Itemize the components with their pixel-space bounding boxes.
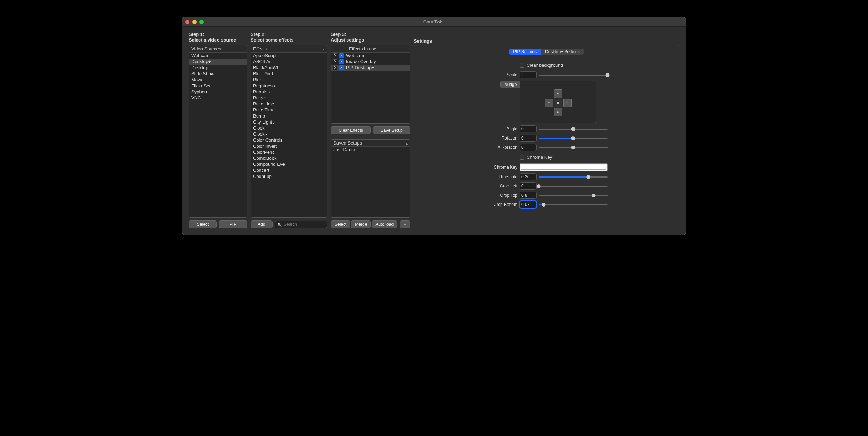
angle-label: Angle (485, 126, 517, 131)
video-source-item[interactable]: VNC (189, 95, 247, 101)
angle-slider[interactable] (539, 126, 608, 131)
position-pad[interactable]: •• •• ■ •• •• (520, 81, 596, 123)
tab-pip-settings[interactable]: PIP Settings (509, 49, 541, 55)
video-source-item[interactable]: Desktop (189, 65, 247, 71)
video-sources-header[interactable]: Video Sources (189, 45, 247, 53)
effect-item[interactable]: Bubbles (251, 89, 327, 95)
effect-in-use-row[interactable]: ✕✓PIP Desktop+ (331, 65, 410, 71)
effect-item[interactable]: Bump (251, 113, 327, 119)
effect-item[interactable]: BulletHole (251, 101, 327, 107)
position-down-button[interactable]: •• (554, 108, 562, 116)
select-button[interactable]: Select (189, 220, 217, 228)
effect-item[interactable]: Color Invert (251, 143, 327, 149)
crop-bottom-slider[interactable] (539, 202, 608, 207)
effect-in-use-row[interactable]: ✕✓Webcam (331, 53, 410, 59)
effect-enabled-checkbox[interactable]: ✓ (339, 53, 344, 58)
position-center-button[interactable]: ■ (554, 99, 562, 107)
effect-item[interactable]: Compound Eye (251, 161, 327, 167)
nudge-button[interactable]: Nudge (500, 81, 521, 88)
clear-background-checkbox[interactable] (520, 63, 524, 68)
scale-input[interactable] (520, 71, 537, 78)
effect-item[interactable]: Bulge (251, 95, 327, 101)
search-icon (277, 222, 282, 227)
rotation-input[interactable] (520, 135, 537, 142)
effect-item[interactable]: Clock~ (251, 131, 327, 137)
effect-item[interactable]: BlackAndWhite (251, 65, 327, 71)
remove-effect-icon[interactable]: ✕ (333, 53, 337, 58)
angle-input[interactable] (520, 125, 537, 132)
effect-item[interactable]: Brightness (251, 83, 327, 89)
effects-in-use-list: Effects in use ✕✓Webcam✕✓Image Overlay✕✓… (331, 45, 410, 124)
chroma-key-checkbox[interactable] (520, 155, 524, 160)
saved-setup-item[interactable]: Just Dance (331, 147, 410, 153)
video-source-item[interactable]: Syphon (189, 89, 247, 95)
step-2-label: Step 2:Select some effects (251, 32, 327, 44)
x-rotation-input[interactable] (520, 144, 537, 151)
crop-top-label: Crop Top (485, 193, 517, 198)
video-source-item[interactable]: Movie (189, 77, 247, 83)
scale-label: Scale (485, 72, 517, 77)
pip-button[interactable]: PIP (219, 220, 247, 228)
effect-item[interactable]: AppleScript (251, 53, 327, 59)
chroma-key-label: Chroma Key (485, 165, 517, 170)
effects-header[interactable]: Effects (251, 45, 327, 53)
effect-item[interactable]: Count up (251, 173, 327, 179)
effect-in-use-label: PIP Desktop+ (345, 65, 374, 70)
rotation-label: Rotation (485, 136, 517, 141)
crop-left-input[interactable] (520, 182, 537, 190)
x-rotation-slider[interactable] (539, 145, 608, 150)
effect-item[interactable]: ASCII Art (251, 59, 327, 65)
crop-left-label: Crop Left (485, 184, 517, 189)
effect-in-use-label: Image Overlay (345, 59, 376, 64)
position-up-button[interactable]: •• (554, 89, 562, 98)
clear-effects-button[interactable]: Clear Effects (331, 126, 371, 134)
add-button[interactable]: Add (251, 220, 273, 228)
crop-top-slider[interactable] (539, 193, 608, 198)
search-input[interactable] (284, 222, 325, 227)
save-setup-button[interactable]: Save Setup (373, 126, 410, 134)
video-source-item[interactable]: Desktop+ (189, 59, 247, 65)
crop-bottom-label: Crop Bottom (485, 202, 517, 207)
crop-top-input[interactable] (520, 192, 537, 199)
effect-item[interactable]: Clock (251, 125, 327, 131)
select-setup-button[interactable]: Select (331, 220, 350, 228)
effect-enabled-checkbox[interactable]: ✓ (339, 65, 344, 70)
settings-panel: PIP Settings Desktop+ Settings Clear bac… (414, 45, 679, 228)
saved-setups-header[interactable]: Saved Setups (331, 140, 410, 147)
crop-left-slider[interactable] (539, 184, 608, 189)
autoload-button[interactable]: Auto load (372, 220, 397, 228)
effect-item[interactable]: Color Controls (251, 137, 327, 143)
effect-item[interactable]: Concert (251, 167, 327, 173)
merge-button[interactable]: Merge (351, 220, 371, 228)
remove-setup-button[interactable]: - (400, 220, 410, 228)
chroma-key-colorwell[interactable] (520, 163, 608, 171)
sort-indicator-icon (323, 46, 325, 51)
rotation-slider[interactable] (539, 136, 608, 141)
effect-item[interactable]: City Lights (251, 119, 327, 125)
effect-item[interactable]: ComicBook (251, 155, 327, 161)
threshold-input[interactable] (520, 173, 537, 180)
scale-slider[interactable] (539, 72, 608, 77)
video-sources-list: Video Sources WebcamDesktop+DesktopSlide… (189, 45, 247, 218)
crop-bottom-input[interactable] (520, 201, 537, 208)
position-right-button[interactable]: •• (563, 99, 572, 107)
search-field[interactable] (275, 221, 327, 228)
effect-item[interactable]: ColorPencil (251, 149, 327, 155)
video-source-item[interactable]: Webcam (189, 53, 247, 59)
effects-in-use-header[interactable]: Effects in use (331, 45, 410, 53)
settings-tabs: PIP Settings Desktop+ Settings (509, 49, 584, 55)
position-left-button[interactable]: •• (545, 99, 553, 107)
effect-enabled-checkbox[interactable]: ✓ (339, 59, 344, 64)
video-source-item[interactable]: Flickr Set (189, 83, 247, 89)
effects-list: Effects AppleScriptASCII ArtBlackAndWhit… (251, 45, 327, 218)
remove-effect-icon[interactable]: ✕ (333, 65, 337, 70)
effect-item[interactable]: BulletTime (251, 107, 327, 113)
effect-in-use-row[interactable]: ✕✓Image Overlay (331, 59, 410, 65)
video-source-item[interactable]: Slide Show (189, 71, 247, 77)
threshold-slider[interactable] (539, 174, 608, 179)
effect-item[interactable]: Blur (251, 77, 327, 83)
step-1-label: Step 1:Select a video source (189, 32, 247, 44)
remove-effect-icon[interactable]: ✕ (333, 59, 337, 64)
effect-item[interactable]: Blue Print (251, 71, 327, 77)
tab-desktop-settings[interactable]: Desktop+ Settings (541, 49, 584, 55)
